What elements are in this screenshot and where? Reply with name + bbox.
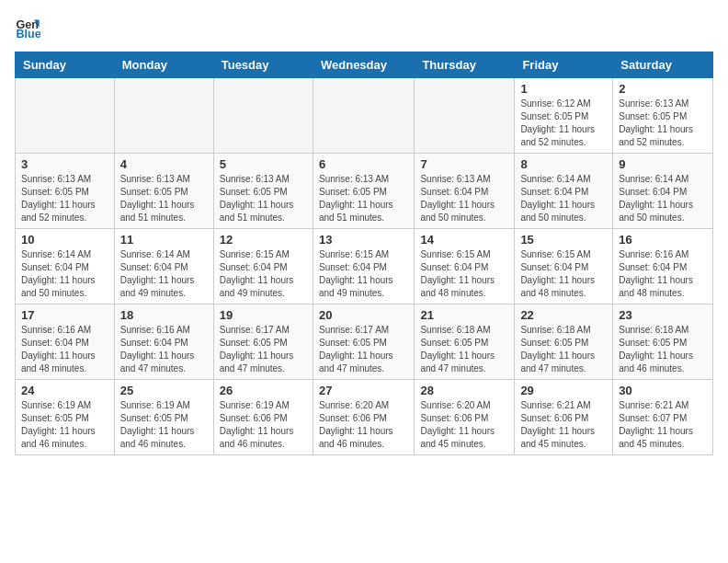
day-number: 3 bbox=[21, 157, 108, 171]
day-number: 28 bbox=[420, 384, 508, 397]
day-info: Sunrise: 6:15 AM Sunset: 6:04 PM Dayligh… bbox=[220, 248, 307, 300]
day-number: 14 bbox=[420, 233, 508, 247]
calendar-cell: 12Sunrise: 6:15 AM Sunset: 6:04 PM Dayli… bbox=[213, 229, 313, 304]
day-info: Sunrise: 6:14 AM Sunset: 6:04 PM Dayligh… bbox=[520, 173, 607, 224]
day-number: 10 bbox=[21, 233, 108, 247]
day-of-week-header: Friday bbox=[515, 52, 613, 78]
day-number: 18 bbox=[120, 308, 208, 322]
calendar-cell: 25Sunrise: 6:19 AM Sunset: 6:05 PM Dayli… bbox=[114, 380, 213, 455]
day-info: Sunrise: 6:20 AM Sunset: 6:06 PM Dayligh… bbox=[319, 399, 408, 451]
calendar-cell: 3Sunrise: 6:13 AM Sunset: 6:05 PM Daylig… bbox=[16, 154, 115, 229]
calendar-cell: 4Sunrise: 6:13 AM Sunset: 6:05 PM Daylig… bbox=[114, 154, 213, 229]
calendar-cell: 7Sunrise: 6:13 AM Sunset: 6:04 PM Daylig… bbox=[415, 154, 515, 229]
day-info: Sunrise: 6:13 AM Sunset: 6:05 PM Dayligh… bbox=[120, 173, 208, 224]
calendar-cell: 14Sunrise: 6:15 AM Sunset: 6:04 PM Dayli… bbox=[415, 229, 515, 304]
svg-text:Blue: Blue bbox=[16, 28, 40, 40]
day-number: 24 bbox=[21, 384, 108, 397]
day-number: 17 bbox=[21, 308, 108, 322]
day-of-week-header: Monday bbox=[114, 52, 213, 78]
day-number: 16 bbox=[619, 233, 707, 247]
day-number: 8 bbox=[520, 157, 607, 171]
day-info: Sunrise: 6:21 AM Sunset: 6:07 PM Dayligh… bbox=[619, 399, 707, 451]
calendar-cell bbox=[16, 78, 115, 154]
calendar-cell: 17Sunrise: 6:16 AM Sunset: 6:04 PM Dayli… bbox=[16, 304, 115, 380]
day-number: 12 bbox=[220, 233, 307, 247]
day-info: Sunrise: 6:14 AM Sunset: 6:04 PM Dayligh… bbox=[21, 248, 108, 300]
day-number: 29 bbox=[520, 384, 607, 397]
calendar-cell: 27Sunrise: 6:20 AM Sunset: 6:06 PM Dayli… bbox=[313, 380, 414, 455]
calendar-cell: 16Sunrise: 6:16 AM Sunset: 6:04 PM Dayli… bbox=[613, 229, 713, 304]
day-info: Sunrise: 6:13 AM Sunset: 6:05 PM Dayligh… bbox=[619, 98, 707, 149]
day-info: Sunrise: 6:15 AM Sunset: 6:04 PM Dayligh… bbox=[319, 248, 408, 300]
day-info: Sunrise: 6:17 AM Sunset: 6:05 PM Dayligh… bbox=[319, 324, 408, 375]
calendar-body: 1Sunrise: 6:12 AM Sunset: 6:05 PM Daylig… bbox=[16, 78, 713, 455]
calendar-cell: 18Sunrise: 6:16 AM Sunset: 6:04 PM Dayli… bbox=[114, 304, 213, 380]
day-number: 9 bbox=[619, 157, 707, 171]
day-info: Sunrise: 6:15 AM Sunset: 6:04 PM Dayligh… bbox=[520, 248, 607, 300]
day-info: Sunrise: 6:16 AM Sunset: 6:04 PM Dayligh… bbox=[21, 324, 108, 375]
day-number: 25 bbox=[120, 384, 208, 397]
calendar-cell: 11Sunrise: 6:14 AM Sunset: 6:04 PM Dayli… bbox=[114, 229, 213, 304]
calendar-table: SundayMondayTuesdayWednesdayThursdayFrid… bbox=[15, 52, 713, 455]
day-info: Sunrise: 6:14 AM Sunset: 6:04 PM Dayligh… bbox=[120, 248, 208, 300]
day-info: Sunrise: 6:17 AM Sunset: 6:05 PM Dayligh… bbox=[220, 324, 307, 375]
day-number: 1 bbox=[520, 82, 607, 96]
calendar-cell: 15Sunrise: 6:15 AM Sunset: 6:04 PM Dayli… bbox=[515, 229, 613, 304]
day-number: 20 bbox=[319, 308, 408, 322]
page-header: Gen Blue bbox=[15, 15, 713, 40]
calendar-cell bbox=[415, 78, 515, 154]
day-info: Sunrise: 6:15 AM Sunset: 6:04 PM Dayligh… bbox=[420, 248, 508, 300]
day-number: 23 bbox=[619, 308, 707, 322]
day-of-week-header: Tuesday bbox=[213, 52, 313, 78]
day-number: 22 bbox=[520, 308, 607, 322]
day-info: Sunrise: 6:12 AM Sunset: 6:05 PM Dayligh… bbox=[520, 98, 607, 149]
day-info: Sunrise: 6:21 AM Sunset: 6:06 PM Dayligh… bbox=[520, 399, 607, 451]
day-info: Sunrise: 6:19 AM Sunset: 6:05 PM Dayligh… bbox=[120, 399, 208, 451]
day-info: Sunrise: 6:19 AM Sunset: 6:06 PM Dayligh… bbox=[220, 399, 307, 451]
calendar-cell: 13Sunrise: 6:15 AM Sunset: 6:04 PM Dayli… bbox=[313, 229, 414, 304]
calendar-cell: 30Sunrise: 6:21 AM Sunset: 6:07 PM Dayli… bbox=[613, 380, 713, 455]
day-info: Sunrise: 6:18 AM Sunset: 6:05 PM Dayligh… bbox=[619, 324, 707, 375]
day-number: 15 bbox=[520, 233, 607, 247]
calendar-cell: 26Sunrise: 6:19 AM Sunset: 6:06 PM Dayli… bbox=[213, 380, 313, 455]
day-number: 26 bbox=[220, 384, 307, 397]
day-number: 6 bbox=[319, 157, 408, 171]
day-number: 11 bbox=[120, 233, 208, 247]
calendar-cell: 29Sunrise: 6:21 AM Sunset: 6:06 PM Dayli… bbox=[515, 380, 613, 455]
day-info: Sunrise: 6:13 AM Sunset: 6:05 PM Dayligh… bbox=[319, 173, 408, 224]
logo-icon: Gen Blue bbox=[15, 15, 40, 40]
calendar-cell bbox=[114, 78, 213, 154]
calendar-cell: 6Sunrise: 6:13 AM Sunset: 6:05 PM Daylig… bbox=[313, 154, 414, 229]
day-number: 13 bbox=[319, 233, 408, 247]
day-of-week-header: Thursday bbox=[415, 52, 515, 78]
day-number: 30 bbox=[619, 384, 707, 397]
calendar-cell: 10Sunrise: 6:14 AM Sunset: 6:04 PM Dayli… bbox=[16, 229, 115, 304]
days-of-week-row: SundayMondayTuesdayWednesdayThursdayFrid… bbox=[16, 52, 713, 78]
day-info: Sunrise: 6:13 AM Sunset: 6:05 PM Dayligh… bbox=[220, 173, 307, 224]
calendar-cell: 9Sunrise: 6:14 AM Sunset: 6:04 PM Daylig… bbox=[613, 154, 713, 229]
day-info: Sunrise: 6:20 AM Sunset: 6:06 PM Dayligh… bbox=[420, 399, 508, 451]
calendar-cell: 2Sunrise: 6:13 AM Sunset: 6:05 PM Daylig… bbox=[613, 78, 713, 154]
calendar-week-row: 1Sunrise: 6:12 AM Sunset: 6:05 PM Daylig… bbox=[16, 78, 713, 154]
day-number: 4 bbox=[120, 157, 208, 171]
logo: Gen Blue bbox=[15, 15, 44, 40]
calendar-cell: 8Sunrise: 6:14 AM Sunset: 6:04 PM Daylig… bbox=[515, 154, 613, 229]
day-number: 2 bbox=[619, 82, 707, 96]
calendar-cell: 1Sunrise: 6:12 AM Sunset: 6:05 PM Daylig… bbox=[515, 78, 613, 154]
calendar-week-row: 17Sunrise: 6:16 AM Sunset: 6:04 PM Dayli… bbox=[16, 304, 713, 380]
day-info: Sunrise: 6:18 AM Sunset: 6:05 PM Dayligh… bbox=[420, 324, 508, 375]
calendar-cell: 22Sunrise: 6:18 AM Sunset: 6:05 PM Dayli… bbox=[515, 304, 613, 380]
day-info: Sunrise: 6:13 AM Sunset: 6:04 PM Dayligh… bbox=[420, 173, 508, 224]
day-number: 19 bbox=[220, 308, 307, 322]
day-number: 21 bbox=[420, 308, 508, 322]
day-info: Sunrise: 6:16 AM Sunset: 6:04 PM Dayligh… bbox=[120, 324, 208, 375]
day-info: Sunrise: 6:13 AM Sunset: 6:05 PM Dayligh… bbox=[21, 173, 108, 224]
day-number: 5 bbox=[220, 157, 307, 171]
calendar-cell: 24Sunrise: 6:19 AM Sunset: 6:05 PM Dayli… bbox=[16, 380, 115, 455]
day-info: Sunrise: 6:16 AM Sunset: 6:04 PM Dayligh… bbox=[619, 248, 707, 300]
calendar-cell: 20Sunrise: 6:17 AM Sunset: 6:05 PM Dayli… bbox=[313, 304, 414, 380]
calendar-cell bbox=[313, 78, 414, 154]
calendar-cell: 21Sunrise: 6:18 AM Sunset: 6:05 PM Dayli… bbox=[415, 304, 515, 380]
day-of-week-header: Saturday bbox=[613, 52, 713, 78]
day-of-week-header: Wednesday bbox=[313, 52, 414, 78]
